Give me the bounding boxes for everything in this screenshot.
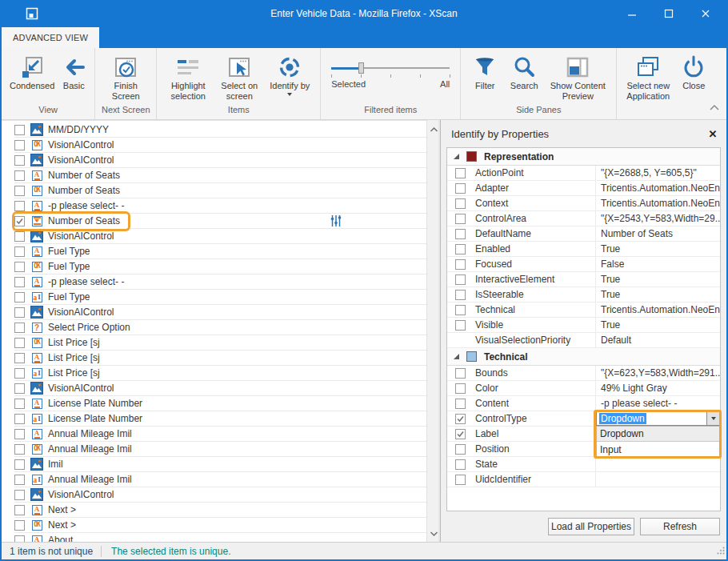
scroll-down-icon[interactable]: [430, 526, 438, 540]
tree-item-checkbox[interactable]: [14, 140, 25, 150]
property-checkbox[interactable]: [455, 274, 466, 285]
tree-item-checkbox[interactable]: [14, 216, 25, 226]
finish-screen-button[interactable]: Finish Screen: [101, 52, 150, 103]
tree-row[interactable]: ?Select Price Option: [14, 320, 426, 335]
tree-row[interactable]: AList Price [sj: [14, 351, 426, 366]
tree-row[interactable]: aIFuel Type: [14, 290, 426, 305]
tree-row[interactable]: OKFuel Type: [14, 259, 426, 274]
condensed-button[interactable]: Condensed: [7, 52, 57, 93]
tree-row[interactable]: ANumber of Seats: [14, 168, 426, 183]
section-header-technical[interactable]: Technical: [447, 348, 720, 366]
tree-row[interactable]: VisionAIControl: [14, 381, 426, 396]
property-checkbox[interactable]: [455, 429, 466, 439]
tree-row[interactable]: AAnnual Mileage Imil: [14, 427, 426, 442]
tab-advanced-view[interactable]: ADVANCED VIEW: [2, 27, 99, 48]
tree-row[interactable]: aIAnnual Mileage Imil: [14, 472, 426, 487]
collapse-ribbon-chevron-icon[interactable]: [709, 100, 720, 114]
tree-item-checkbox[interactable]: [14, 535, 25, 543]
property-checkbox[interactable]: [455, 290, 466, 300]
combobox-option-dropdown[interactable]: Dropdown: [597, 427, 719, 442]
tree-item-checkbox[interactable]: [14, 444, 25, 455]
tree-item-checkbox[interactable]: [14, 429, 25, 439]
tree-item-checkbox[interactable]: [14, 368, 25, 379]
tree-row[interactable]: VisionAIControl: [14, 229, 426, 244]
tree-row[interactable]: OKAnnual Mileage Imil: [14, 442, 426, 457]
tree-item-checkbox[interactable]: [14, 201, 25, 211]
property-checkbox[interactable]: [455, 214, 466, 224]
tree-row[interactable]: OKVisionAIControl: [14, 138, 426, 153]
property-checkbox[interactable]: [455, 414, 466, 424]
combobox-value[interactable]: Dropdown: [597, 412, 706, 425]
identify-by-button[interactable]: Identify by: [265, 52, 314, 98]
section-header-representation[interactable]: Representation: [447, 148, 720, 166]
expander-icon[interactable]: [454, 154, 459, 159]
tree-row[interactable]: aIList Price [sj: [14, 366, 426, 381]
property-checkbox[interactable]: [455, 475, 466, 485]
tree-item-checkbox[interactable]: [14, 155, 25, 166]
tree-scrollbar[interactable]: [426, 120, 440, 542]
property-checkbox[interactable]: [455, 244, 466, 254]
close-scan-button[interactable]: Close: [675, 52, 712, 93]
property-checkbox[interactable]: [455, 320, 466, 331]
tree-item-checkbox[interactable]: [14, 399, 25, 409]
tree-item-checkbox[interactable]: [14, 277, 25, 287]
tree-row[interactable]: A-p please select- -: [14, 274, 426, 290]
property-checkbox[interactable]: [455, 168, 466, 178]
tree-item-checkbox[interactable]: [14, 490, 25, 500]
tree-item-checkbox[interactable]: [14, 475, 25, 485]
highlight-selection-button[interactable]: Highlight selection: [162, 52, 214, 103]
tree-item-checkbox[interactable]: [14, 262, 25, 272]
property-checkbox[interactable]: [455, 229, 466, 239]
property-checkbox[interactable]: [455, 368, 466, 379]
tree-row[interactable]: OKList Price [sj: [14, 335, 426, 351]
tree-row[interactable]: VisionAIControl: [14, 153, 426, 168]
property-checkbox[interactable]: [455, 399, 466, 409]
property-checkbox[interactable]: [455, 259, 466, 270]
tree-item-checkbox[interactable]: [14, 170, 25, 181]
panel-close-icon[interactable]: ✕: [705, 126, 721, 142]
tree-item-checkbox[interactable]: [14, 414, 25, 424]
tree-row[interactable]: A-p please select- -: [14, 198, 426, 214]
tree-item-checkbox[interactable]: [14, 231, 25, 242]
tree-row[interactable]: AFuel Type: [14, 244, 426, 259]
filter-button[interactable]: Filter: [466, 52, 503, 93]
property-checkbox[interactable]: [455, 444, 466, 455]
load-all-properties-button[interactable]: Load all Properties: [548, 518, 634, 535]
tree-row[interactable]: VisionAIControl: [14, 305, 426, 320]
tree-item-checkbox[interactable]: [14, 383, 25, 394]
property-checkbox[interactable]: [455, 183, 466, 194]
slider-thumb[interactable]: [358, 62, 364, 74]
select-new-application-button[interactable]: Select new Application: [622, 52, 674, 103]
tree-row[interactable]: OKNext >: [14, 518, 426, 533]
resize-grip[interactable]: [717, 543, 725, 558]
search-button[interactable]: Search: [505, 52, 543, 93]
tree-item-checkbox[interactable]: [14, 246, 25, 257]
tree-row[interactable]: OKNumber of Seats: [14, 183, 426, 198]
tree-item-checkbox[interactable]: [14, 459, 25, 470]
tree-item-checkbox[interactable]: [14, 520, 25, 531]
tree-item-checkbox[interactable]: [14, 505, 25, 515]
tree-item-checkbox[interactable]: [14, 323, 25, 333]
tree-item-checkbox[interactable]: [14, 125, 25, 135]
tree-row[interactable]: Number of Seats: [14, 214, 426, 229]
tree-row[interactable]: MM/DD/YYYY: [14, 122, 426, 138]
property-checkbox[interactable]: [455, 305, 466, 315]
filtered-items-slider[interactable]: Selected All: [331, 60, 450, 89]
property-checkbox[interactable]: [455, 198, 466, 209]
basic-button[interactable]: Basic: [58, 52, 89, 93]
tree-row[interactable]: ANext >: [14, 503, 426, 518]
tree-item-checkbox[interactable]: [14, 186, 25, 196]
tree-item-checkbox[interactable]: [14, 307, 25, 318]
select-on-screen-button[interactable]: Select on screen: [215, 52, 263, 103]
expander-icon[interactable]: [454, 354, 459, 359]
refresh-button[interactable]: Refresh: [640, 518, 720, 535]
controltype-combobox[interactable]: Dropdown: [596, 411, 720, 426]
tree-row[interactable]: VisionAIControl: [14, 487, 426, 503]
property-checkbox[interactable]: [455, 459, 466, 470]
property-checkbox[interactable]: [455, 383, 466, 394]
tree-row[interactable]: AAbout: [14, 533, 426, 542]
combobox-dropdown-button[interactable]: [706, 412, 719, 425]
tree-item-checkbox[interactable]: [14, 338, 25, 348]
tree-item-checkbox[interactable]: [14, 353, 25, 363]
tree-row[interactable]: aILicense Plate Number: [14, 411, 426, 427]
